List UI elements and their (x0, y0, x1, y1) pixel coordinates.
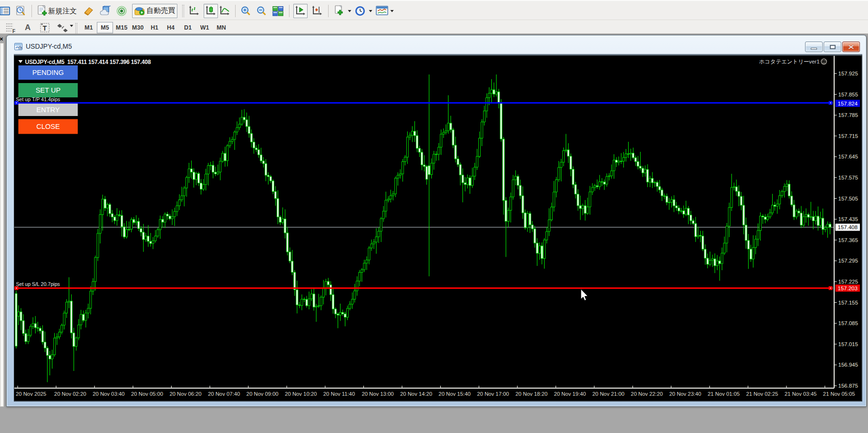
svg-text:21 Nov 05:05: 21 Nov 05:05 (823, 391, 855, 397)
svg-text:20 Nov 19:40: 20 Nov 19:40 (554, 391, 586, 397)
svg-text:T: T (43, 24, 47, 32)
svg-text:157.575: 157.575 (838, 175, 858, 180)
svg-text:157.295: 157.295 (838, 258, 858, 264)
svg-text:20 Nov 15:40: 20 Nov 15:40 (438, 391, 470, 397)
svg-text:21 Nov 02:25: 21 Nov 02:25 (746, 391, 778, 397)
svg-text:20 Nov 2025: 20 Nov 2025 (16, 391, 46, 397)
svg-text:157.365: 157.365 (838, 237, 858, 243)
svg-text:157.408: 157.408 (837, 224, 858, 230)
svg-text:20 Nov 07:40: 20 Nov 07:40 (208, 391, 240, 397)
svg-text:21 Nov 03:45: 21 Nov 03:45 (785, 391, 816, 397)
svg-text:156.875: 156.875 (838, 383, 858, 389)
svg-text:20 Nov 06:20: 20 Nov 06:20 (169, 391, 201, 397)
svg-text:ホコタテエントリーver1: ホコタテエントリーver1 (759, 59, 819, 64)
svg-text:20 Nov 14:20: 20 Nov 14:20 (400, 391, 432, 397)
svg-text:20 Nov 03:40: 20 Nov 03:40 (93, 391, 124, 397)
svg-text:F: F (12, 29, 15, 33)
svg-text:20 Nov 22:20: 20 Nov 22:20 (630, 391, 662, 397)
svg-text:156.945: 156.945 (838, 362, 858, 368)
svg-text:20 Nov 17:00: 20 Nov 17:00 (477, 391, 509, 397)
svg-text:157.505: 157.505 (838, 196, 858, 201)
svg-text:157.824: 157.824 (837, 101, 858, 106)
svg-text:20 Nov 18:20: 20 Nov 18:20 (515, 391, 547, 397)
svg-text:157.155: 157.155 (838, 300, 858, 306)
svg-text:157.645: 157.645 (838, 154, 858, 159)
svg-text:20 Nov 11:40: 20 Nov 11:40 (323, 391, 354, 397)
svg-text:157.203: 157.203 (837, 285, 858, 291)
svg-text:157.855: 157.855 (838, 92, 858, 97)
svg-text:PENDING: PENDING (32, 69, 63, 76)
svg-text:20 Nov 10:20: 20 Nov 10:20 (285, 391, 317, 397)
svg-text:SET UP: SET UP (35, 86, 60, 94)
svg-text:VA: VA (19, 47, 22, 49)
svg-text:21 Nov 01:05: 21 Nov 01:05 (707, 391, 739, 397)
svg-text:157.225: 157.225 (838, 279, 858, 285)
svg-text:20 Nov 09:00: 20 Nov 09:00 (246, 391, 278, 397)
svg-text:20 Nov 21:00: 20 Nov 21:00 (592, 391, 624, 397)
svg-text:157.785: 157.785 (838, 112, 858, 118)
svg-text:USDJPY-cd,M5 157.411 157.414: USDJPY-cd,M5 157.411 157.414 157.396 157… (25, 59, 151, 65)
svg-text:157.015: 157.015 (838, 341, 858, 347)
svg-text:157.435: 157.435 (838, 216, 858, 222)
svg-text:Set up S/L 20.7pips: Set up S/L 20.7pips (16, 281, 60, 287)
svg-text:157.925: 157.925 (838, 71, 858, 76)
svg-text:20 Nov 13:00: 20 Nov 13:00 (362, 391, 393, 397)
svg-text:20 Nov 05:00: 20 Nov 05:00 (131, 391, 163, 397)
svg-text:157.085: 157.085 (838, 320, 858, 326)
svg-text:ENTRY: ENTRY (36, 106, 60, 114)
svg-text:CLOSE: CLOSE (36, 123, 60, 130)
svg-text:157.715: 157.715 (838, 133, 858, 139)
svg-text:20 Nov 02:20: 20 Nov 02:20 (54, 391, 86, 397)
svg-text:20 Nov 23:40: 20 Nov 23:40 (669, 391, 701, 397)
